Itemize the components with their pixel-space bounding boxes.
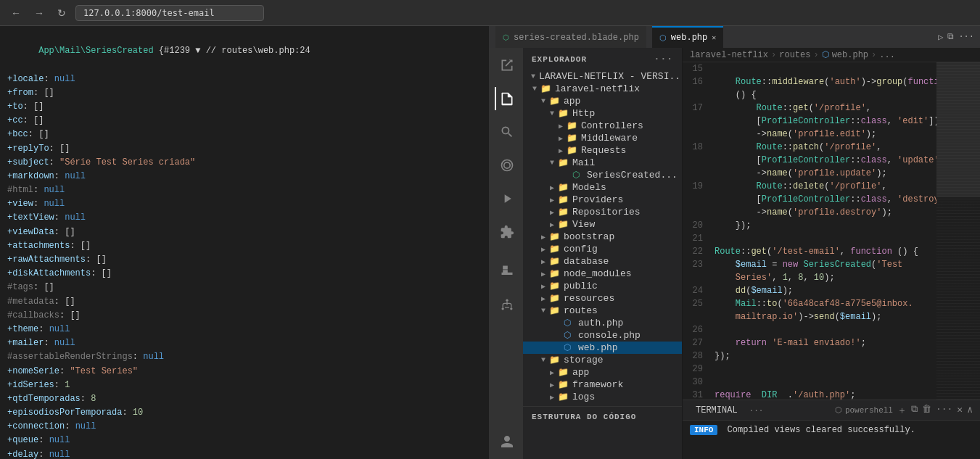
- tree-console-php[interactable]: ⬡ console.php: [523, 329, 682, 342]
- split-editor-icon[interactable]: ⧉: [947, 32, 954, 42]
- tree-resources[interactable]: ▶ 📁 resources: [523, 292, 682, 305]
- label-framework: framework: [572, 379, 623, 390]
- arrow-models: ▶: [546, 183, 558, 192]
- code-editor[interactable]: Route::middleware('auth')->group(functio…: [709, 62, 936, 400]
- project-root[interactable]: ▼ LARAVEL-NETFLIX - VERSI...: [523, 70, 682, 83]
- tree-models[interactable]: ▶ 📁 Models: [523, 181, 682, 194]
- tree-framework[interactable]: ▶ 📁 framework: [523, 379, 682, 391]
- code-line-19b: [ProfileController::class, 'destroy']): [715, 193, 936, 206]
- tree-mail[interactable]: ▼ 📁 Mail: [523, 157, 682, 169]
- tab-web-php[interactable]: ⬡ web.php ✕: [652, 26, 723, 48]
- activity-search-icon[interactable]: [495, 120, 518, 144]
- folder-icon-controllers: 📁: [567, 120, 580, 131]
- tree-requests[interactable]: ▶ 📁 Requests: [523, 144, 682, 157]
- tree-bootstrap[interactable]: ▶ 📁 bootstrap: [523, 231, 682, 243]
- editor-content: 15 16 17 18 19 20 21: [683, 62, 980, 400]
- terminal-options[interactable]: ···: [749, 406, 764, 415]
- tree-middleware[interactable]: ▶ 📁 Middleware: [523, 132, 682, 144]
- activity-git2-icon[interactable]: [495, 293, 518, 316]
- code-line-20: });: [715, 219, 936, 232]
- activity-docker-icon[interactable]: [495, 260, 518, 283]
- arrow-nodemodules: ▶: [538, 270, 549, 278]
- add-terminal-icon[interactable]: ＋: [897, 404, 907, 417]
- code-line-27: return 'E-mail enviado!';: [715, 336, 936, 350]
- tree-storage[interactable]: ▼ 📁 storage: [523, 354, 682, 366]
- powershell-label: ⬡ powershell: [835, 404, 893, 417]
- label-middleware: Middleware: [581, 133, 638, 144]
- folder-icon-view: 📁: [558, 219, 571, 230]
- tree-laravel-netflix[interactable]: ▼ 📁 laravel-netflix: [523, 83, 682, 95]
- activity-extensions-icon[interactable]: [495, 220, 518, 244]
- tree-app[interactable]: ▼ 📁 app: [523, 95, 682, 107]
- collapse-terminal-icon[interactable]: ∧: [967, 404, 973, 417]
- output-replyto: +replyTo: []: [7, 142, 482, 156]
- output-idseries: +idSeries: 1: [7, 379, 482, 392]
- tab-close-icon[interactable]: ✕: [712, 33, 716, 42]
- code-line-16b: () {: [715, 88, 936, 102]
- tab-bar: ⬡ series-created.blade.php ⬡ web.php ✕ ▷…: [490, 26, 980, 48]
- tree-logs[interactable]: ▶ 📁 logs: [523, 391, 682, 403]
- label-auth-php: auth.php: [578, 318, 623, 328]
- output-tags: #tags: []: [7, 281, 482, 294]
- output-textview: +textView: null: [7, 211, 482, 225]
- tab-series-created[interactable]: ⬡ series-created.blade.php: [495, 26, 646, 48]
- code-line-31: require DIR .'/auth.php';: [715, 389, 936, 400]
- refresh-button[interactable]: ↻: [54, 6, 70, 20]
- activity-account-icon[interactable]: [495, 430, 518, 453]
- code-line-17b: [ProfileController::class, 'edit']): [715, 115, 936, 128]
- back-button[interactable]: ←: [7, 6, 25, 20]
- output-nomeserie: +nomeSerie: "Test Series": [7, 365, 482, 379]
- breadcrumb-dots: ...: [879, 50, 895, 60]
- tree-view[interactable]: ▶ 📁 View: [523, 218, 682, 231]
- forward-button[interactable]: →: [30, 6, 48, 20]
- info-badge: INFO: [690, 425, 717, 435]
- label-storage-app: app: [572, 367, 589, 378]
- trash-terminal-icon[interactable]: 🗑: [922, 404, 931, 417]
- folder-icon-repos: 📁: [558, 207, 571, 218]
- tree-providers[interactable]: ▶ 📁 Providers: [523, 194, 682, 206]
- activity-git-icon[interactable]: [495, 154, 518, 177]
- browser-output-panel: App\Mail\SeriesCreated {#1239 ▼ // route…: [0, 26, 490, 459]
- tree-controllers[interactable]: ▶ 📁 Controllers: [523, 120, 682, 132]
- activity-run-icon[interactable]: [495, 187, 518, 210]
- url-bar[interactable]: [75, 5, 264, 21]
- terminal-output: Compiled views cleared successfully.: [728, 425, 915, 435]
- output-assertable: #assertableRenderStrings: null: [7, 350, 482, 364]
- folder-icon-models: 📁: [558, 182, 571, 193]
- code-line-30: [715, 376, 936, 389]
- tree-storage-app[interactable]: ▶ 📁 app: [523, 366, 682, 379]
- terminal-body: INFO Compiled views cleared successfully…: [683, 421, 980, 459]
- tree-auth-php[interactable]: ⬡ auth.php: [523, 317, 682, 329]
- folder-icon-database: 📁: [549, 256, 562, 267]
- new-file-icon[interactable]: ···: [654, 54, 673, 65]
- tree-seriescreated[interactable]: ⬡ SeriesCreated...: [523, 169, 682, 181]
- arrow-config: ▶: [538, 245, 549, 254]
- tree-database[interactable]: ▶ 📁 database: [523, 255, 682, 268]
- close-terminal-icon[interactable]: ✕: [957, 404, 963, 417]
- arrow-storage: ▼: [538, 356, 549, 364]
- code-line-18: Route::patch('/profile',: [715, 141, 936, 154]
- tree-config[interactable]: ▶ 📁 config: [523, 243, 682, 255]
- tree-web-php[interactable]: ⬡ web.php: [523, 342, 682, 354]
- tree-node-modules[interactable]: ▶ 📁 node_modules: [523, 268, 682, 280]
- output-diskattachments: +diskAttachments: []: [7, 267, 482, 281]
- svg-point-0: [506, 299, 508, 302]
- split-terminal-icon[interactable]: ⧉: [911, 404, 918, 417]
- powershell-text: powershell: [845, 406, 893, 415]
- tree-routes[interactable]: ▼ 📁 routes: [523, 305, 682, 317]
- folder-icon-nodemodules: 📁: [549, 268, 562, 279]
- tree-repositories[interactable]: ▶ 📁 Repositories: [523, 206, 682, 218]
- tree-http[interactable]: ▼ 📁 Http: [523, 107, 682, 120]
- more-actions-icon[interactable]: ···: [958, 32, 974, 42]
- more-terminal-icon[interactable]: ···: [936, 404, 952, 417]
- activity-files-icon[interactable]: [495, 87, 518, 110]
- output-mailer: +mailer: null: [7, 336, 482, 350]
- label-http: Http: [572, 108, 595, 119]
- terminal-tab[interactable]: TERMINAL: [690, 404, 744, 417]
- activity-explorer-icon[interactable]: [495, 54, 518, 77]
- run-icon[interactable]: ▷: [938, 32, 943, 43]
- file-explorer-sidebar: EXPLORADOR ··· ▼ LARAVEL-NETFLIX - VERSI…: [523, 48, 683, 459]
- tree-public[interactable]: ▶ 📁 public: [523, 280, 682, 292]
- label-mail: Mail: [572, 157, 595, 168]
- php-icon: ⬡: [659, 33, 667, 43]
